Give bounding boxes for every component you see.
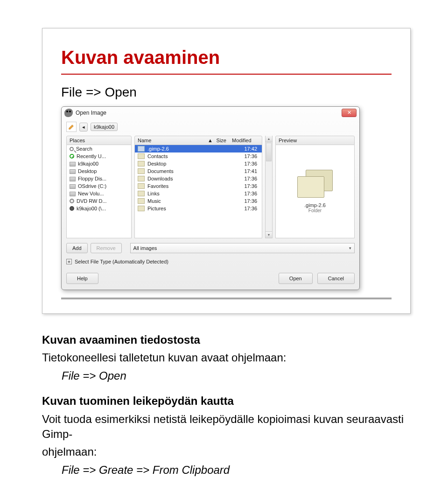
- file-name: Documents: [147, 168, 213, 174]
- path-bar: ◂ k9kajo00: [62, 118, 359, 136]
- preview-panel: Preview .gimp-2.6 Folder: [275, 136, 355, 238]
- filter-label: All images: [133, 245, 157, 251]
- places-item[interactable]: Floppy Dis...: [67, 175, 131, 182]
- page-title: Kuvan avaaminen: [61, 47, 392, 68]
- file-panel: Name ▲ Size Modified .gimp-2.617:42Conta…: [134, 136, 262, 238]
- file-modified: 17:36: [232, 191, 259, 196]
- file-name: Desktop: [147, 161, 213, 166]
- places-item-label: Desktop: [78, 168, 97, 174]
- places-item[interactable]: Desktop: [67, 167, 131, 175]
- path-segment[interactable]: k9kajo00: [91, 123, 118, 131]
- file-name: Favorites: [147, 183, 213, 189]
- select-file-type-expander[interactable]: + Select File Type (Automatically Detect…: [62, 257, 359, 269]
- places-item[interactable]: Search: [67, 145, 131, 152]
- sort-arrow-icon[interactable]: ▲: [205, 136, 210, 145]
- places-item[interactable]: DVD RW D...: [67, 197, 131, 205]
- scroll-thumb[interactable]: [266, 143, 272, 161]
- file-row[interactable]: Contacts17:36: [135, 152, 262, 160]
- card-bottom-rule: [61, 298, 392, 299]
- folder-icon: [138, 183, 145, 189]
- file-modified: 17:36: [232, 206, 259, 211]
- scroll-down-icon[interactable]: ▾: [266, 231, 272, 238]
- places-item-label: OSdrive (C:): [78, 183, 106, 189]
- file-name: Contacts: [147, 153, 213, 159]
- section-text-2a: Voit tuoda esimerkiksi netistä leikepöyd…: [42, 412, 411, 442]
- file-modified: 17:36: [232, 198, 259, 204]
- file-row[interactable]: Desktop17:36: [135, 160, 262, 167]
- places-item[interactable]: k9kajo00: [67, 160, 131, 167]
- folder-icon: [138, 153, 145, 159]
- col-size[interactable]: Size: [210, 136, 229, 145]
- file-name: .gimp-2.6: [147, 146, 213, 152]
- chevron-down-icon: ▾: [349, 246, 351, 250]
- folder-preview-icon: [297, 170, 333, 198]
- command-1: File => Open: [62, 368, 411, 383]
- dialog-title: Open Image: [76, 110, 106, 116]
- file-type-filter[interactable]: All images ▾: [130, 243, 355, 253]
- places-panel: Places SearchRecently U...k9kajo00Deskto…: [66, 136, 132, 238]
- folder-icon: [138, 206, 145, 211]
- cdneg-icon: [70, 206, 74, 211]
- file-row[interactable]: Documents17:41: [135, 167, 262, 175]
- file-name: Links: [147, 191, 213, 196]
- col-modified[interactable]: Modified: [229, 136, 262, 145]
- scroll-up-icon[interactable]: ▴: [266, 136, 272, 142]
- places-item[interactable]: Recently U...: [67, 152, 131, 160]
- select-file-type-label: Select File Type (Automatically Detected…: [75, 259, 168, 264]
- section-heading-2: Kuvan tuominen leikepöydän kautta: [42, 394, 411, 409]
- section-heading-1: Kuvan avaaminen tiedostosta: [42, 333, 411, 347]
- folder-icon: [138, 168, 145, 174]
- file-row[interactable]: Favorites17:36: [135, 182, 262, 190]
- preview-kind: Folder: [308, 208, 322, 213]
- drive-icon: [70, 162, 76, 166]
- file-list[interactable]: .gimp-2.617:42Contacts17:36Desktop17:36D…: [134, 145, 262, 238]
- file-row[interactable]: Downloads17:36: [135, 175, 262, 182]
- cd-icon: [70, 199, 74, 203]
- places-item[interactable]: New Volu...: [67, 190, 131, 197]
- folder-icon: [138, 191, 145, 196]
- col-name[interactable]: Name: [135, 136, 205, 145]
- open-image-dialog: Open Image ✕ ◂ k9kajo00 Places SearchRec…: [61, 106, 360, 290]
- folder-icon: [138, 161, 145, 166]
- edit-path-icon[interactable]: [66, 122, 77, 132]
- file-modified: 17:42: [232, 146, 259, 152]
- file-row[interactable]: Music17:36: [135, 197, 262, 205]
- places-item-label: DVD RW D...: [77, 198, 107, 204]
- clock-icon: [70, 154, 74, 159]
- dialog-titlebar: Open Image ✕: [62, 107, 359, 118]
- file-row[interactable]: Pictures17:36: [135, 205, 262, 212]
- body-text: Kuvan avaaminen tiedostosta Tietokoneell…: [42, 333, 411, 478]
- file-row[interactable]: Links17:36: [135, 190, 262, 197]
- places-item[interactable]: OSdrive (C:): [67, 182, 131, 190]
- file-row[interactable]: .gimp-2.617:42: [135, 145, 262, 152]
- file-list-scrollbar[interactable]: ▴ ▾: [265, 136, 273, 238]
- path-back-caret[interactable]: ◂: [79, 123, 88, 132]
- places-item-label: Recently U...: [77, 153, 106, 159]
- add-place-button[interactable]: Add: [66, 243, 88, 253]
- file-modified: 17:36: [232, 161, 259, 166]
- close-button[interactable]: ✕: [342, 109, 357, 117]
- open-button[interactable]: Open: [279, 273, 313, 284]
- remove-place-button: Remove: [91, 243, 122, 253]
- places-item[interactable]: k9kajo00 (\...: [67, 205, 131, 212]
- instruction-card: Kuvan avaaminen File => Open Open Image …: [42, 28, 411, 314]
- drive-icon: [70, 169, 76, 174]
- places-item-label: Search: [76, 146, 92, 152]
- file-modified: 17:36: [232, 183, 259, 189]
- section-text-1: Tietokoneellesi talletetun kuvan avaat o…: [42, 350, 411, 365]
- cancel-button[interactable]: Cancel: [317, 273, 355, 284]
- file-name: Music: [147, 198, 213, 204]
- file-modified: 17:41: [232, 168, 259, 174]
- drive-icon: [70, 177, 76, 181]
- folder-icon: [138, 146, 145, 152]
- preview-filename: .gimp-2.6: [304, 202, 326, 208]
- help-button[interactable]: Help: [66, 273, 98, 284]
- file-modified: 17:36: [232, 153, 259, 159]
- places-item-label: Floppy Dis...: [78, 176, 106, 181]
- file-name: Pictures: [147, 206, 213, 211]
- file-modified: 17:36: [232, 176, 259, 181]
- gimp-wilber-icon: [64, 109, 73, 117]
- preview-header: Preview: [276, 136, 300, 145]
- title-rule: [61, 74, 392, 75]
- places-list[interactable]: SearchRecently U...k9kajo00DesktopFloppy…: [66, 145, 132, 238]
